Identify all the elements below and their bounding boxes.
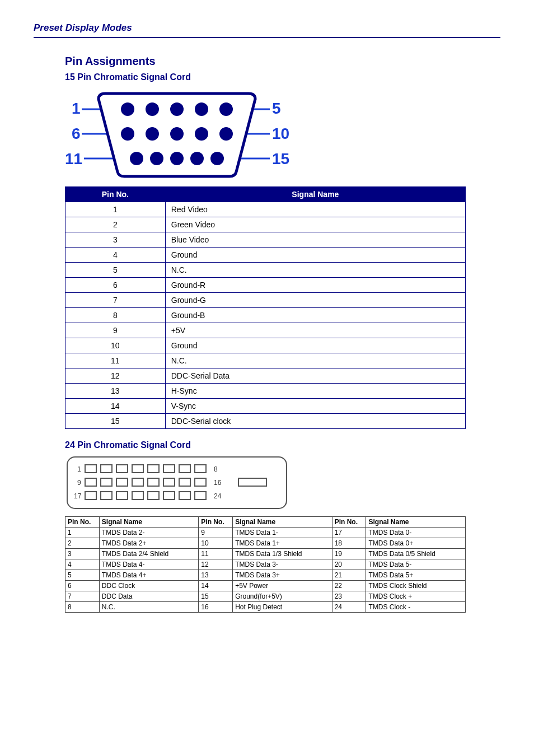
svg-point-7 — [146, 102, 159, 116]
dvi-label-9: 9 — [77, 479, 81, 487]
table-row: 8N.C.16Hot Plug Detect24TMDS Clock - — [65, 602, 466, 613]
dvi-header-sig3: Signal Name — [366, 517, 466, 528]
dvi-label-1: 1 — [77, 465, 81, 473]
svg-rect-33 — [132, 478, 143, 486]
svg-point-13 — [170, 127, 184, 141]
table-row: 6DDC Clock14+5V Power22TMDS Clock Shield — [65, 581, 466, 591]
vga-pin-table: Pin No. Signal Name 1Red Video 2Green Vi… — [65, 186, 466, 429]
svg-point-12 — [146, 127, 159, 141]
table-row: 10Ground — [65, 338, 466, 353]
svg-point-8 — [170, 102, 184, 116]
table-row: 3TMDS Data 2/4 Shield11TMDS Data 1/3 Shi… — [65, 549, 466, 559]
svg-rect-22 — [85, 465, 96, 473]
svg-rect-25 — [132, 465, 143, 473]
dvi-header-pin1: Pin No. — [65, 517, 100, 528]
vga-subtitle: 15 Pin Chromatic Signal Cord — [65, 72, 466, 82]
svg-point-6 — [121, 102, 134, 116]
dvi-subtitle: 24 Pin Chromatic Signal Cord — [65, 440, 466, 450]
table-row: 4Ground — [65, 248, 466, 263]
table-row: 15DDC-Serial clock — [65, 414, 466, 429]
dvi-pin-table: Pin No. Signal Name Pin No. Signal Name … — [65, 516, 466, 613]
table-row: 3Blue Video — [65, 232, 466, 248]
svg-point-10 — [219, 102, 233, 116]
dvi-label-24: 24 — [214, 492, 222, 500]
svg-point-15 — [219, 127, 233, 141]
svg-point-16 — [130, 152, 143, 165]
svg-rect-46 — [238, 478, 266, 486]
svg-rect-45 — [195, 492, 206, 500]
svg-point-11 — [121, 127, 134, 141]
vga-label-5: 5 — [272, 100, 281, 117]
table-row: 1TMDS Data 2-9TMDS Data 1-17TMDS Data 0- — [65, 528, 466, 538]
dvi-label-16: 16 — [214, 479, 222, 487]
table-row: 1Red Video — [65, 202, 466, 217]
svg-rect-32 — [116, 478, 128, 486]
svg-rect-44 — [179, 492, 190, 500]
svg-rect-35 — [163, 478, 175, 486]
svg-rect-27 — [163, 465, 175, 473]
table-row: 5TMDS Data 4+13TMDS Data 3+21TMDS Data 5… — [65, 570, 466, 581]
svg-rect-34 — [148, 478, 159, 486]
table-row: 9+5V — [65, 323, 466, 338]
table-row: 7DDC Data15Ground(for+5V)23TMDS Clock + — [65, 591, 466, 602]
svg-rect-24 — [116, 465, 128, 473]
vga-label-11: 11 — [65, 150, 82, 167]
svg-point-14 — [195, 127, 208, 141]
dvi-label-8: 8 — [214, 465, 218, 473]
vga-label-10: 10 — [272, 125, 289, 142]
svg-rect-31 — [101, 478, 112, 486]
table-row: 2Green Video — [65, 217, 466, 232]
dvi-header-sig1: Signal Name — [99, 517, 199, 528]
svg-rect-37 — [195, 478, 206, 486]
table-row: 2TMDS Data 2+10TMDS Data 1+18TMDS Data 0… — [65, 538, 466, 549]
page-header: Preset Display Modes — [34, 22, 500, 38]
svg-rect-40 — [116, 492, 128, 500]
svg-point-9 — [195, 102, 208, 116]
dvi-connector-diagram: 1 9 17 8 16 24 — [65, 455, 466, 513]
svg-rect-38 — [85, 492, 96, 500]
table-row: 13H-Sync — [65, 384, 466, 399]
table-row: 6Ground-R — [65, 278, 466, 293]
svg-rect-23 — [101, 465, 112, 473]
dvi-label-17: 17 — [74, 492, 82, 500]
vga-header-signal: Signal Name — [165, 187, 465, 202]
pin-assignments-heading: Pin Assignments — [65, 55, 466, 68]
svg-rect-43 — [163, 492, 175, 500]
svg-point-17 — [150, 152, 163, 165]
table-row: 11N.C. — [65, 353, 466, 368]
table-row: 7Ground-G — [65, 293, 466, 308]
vga-label-6: 6 — [72, 125, 81, 142]
svg-rect-41 — [132, 492, 143, 500]
vga-label-1: 1 — [72, 100, 81, 117]
svg-rect-30 — [85, 478, 96, 486]
dvi-header-pin3: Pin No. — [332, 517, 366, 528]
svg-rect-42 — [148, 492, 159, 500]
svg-point-20 — [210, 152, 224, 165]
table-row: 4TMDS Data 4-12TMDS Data 3-20TMDS Data 5… — [65, 559, 466, 570]
dvi-header-pin2: Pin No. — [199, 517, 233, 528]
vga-header-pin: Pin No. — [65, 187, 166, 202]
table-row: 8Ground-B — [65, 308, 466, 323]
dvi-header-sig2: Signal Name — [233, 517, 332, 528]
vga-connector-diagram: 1 6 11 5 10 15 — [65, 86, 466, 183]
table-row: 14V-Sync — [65, 399, 466, 414]
svg-rect-29 — [195, 465, 206, 473]
svg-rect-39 — [101, 492, 112, 500]
svg-rect-28 — [179, 465, 190, 473]
table-row: 5N.C. — [65, 263, 466, 278]
svg-rect-36 — [179, 478, 190, 486]
svg-point-19 — [190, 152, 204, 165]
svg-rect-26 — [148, 465, 159, 473]
svg-point-18 — [170, 152, 184, 165]
table-row: 12DDC-Serial Data — [65, 368, 466, 384]
vga-label-15: 15 — [272, 150, 289, 167]
